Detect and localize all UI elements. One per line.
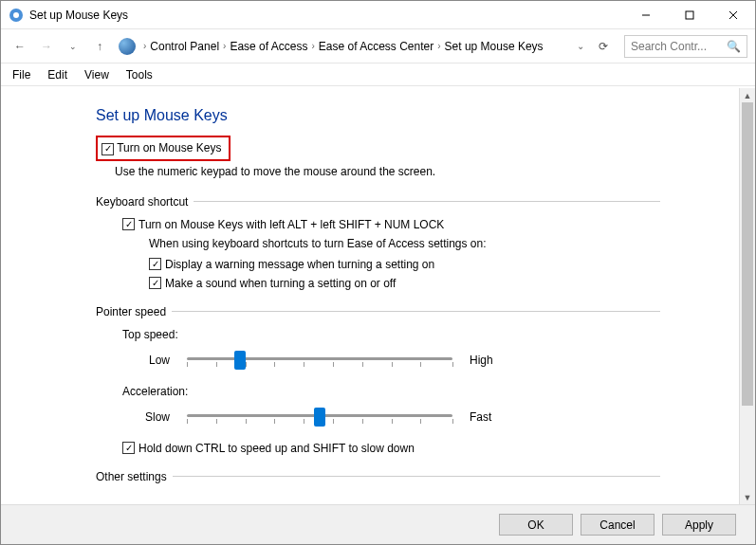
page-title: Set up Mouse Keys	[96, 107, 660, 124]
scroll-down-icon[interactable]: ▼	[740, 490, 755, 504]
location-icon	[119, 38, 136, 55]
low-label: Low	[122, 354, 170, 367]
turn-on-checkbox[interactable]: ✓	[101, 143, 114, 155]
back-button[interactable]: ←	[9, 35, 31, 58]
slow-label: Slow	[122, 410, 170, 424]
chevron-icon[interactable]: ›	[311, 41, 314, 51]
ctrl-shift-label: Hold down CTRL to speed up and SHIFT to …	[138, 442, 415, 455]
turn-on-desc: Use the numeric keypad to move the mouse…	[115, 165, 660, 178]
menu-file[interactable]: File	[12, 68, 30, 82]
menu-view[interactable]: View	[84, 68, 109, 82]
other-section-label: Other settings	[96, 470, 167, 483]
search-icon: 🔍	[727, 40, 741, 53]
scrollbar[interactable]: ▲ ▼	[739, 88, 755, 504]
turn-on-label: Turn on Mouse Keys	[117, 141, 221, 154]
path-dropdown[interactable]: ⌄	[577, 41, 584, 51]
scroll-thumb[interactable]	[742, 102, 753, 406]
search-input[interactable]: Search Contr... 🔍	[624, 35, 747, 58]
crumb[interactable]: Ease of Access	[230, 40, 307, 53]
kb-section-label: Keyboard shortcut	[96, 195, 188, 209]
menu-edit[interactable]: Edit	[47, 68, 67, 82]
maximize-button[interactable]	[668, 1, 711, 29]
titlebar: Set up Mouse Keys	[1, 1, 755, 29]
cancel-button[interactable]: Cancel	[581, 514, 655, 536]
crumb[interactable]: Set up Mouse Keys	[445, 40, 544, 53]
chevron-icon[interactable]: ›	[143, 41, 146, 51]
menubar: File Edit View Tools	[1, 64, 755, 86]
minimize-button[interactable]	[624, 1, 668, 29]
highlight-box: ✓ Turn on Mouse Keys	[96, 136, 230, 161]
svg-rect-3	[686, 11, 693, 19]
crumb[interactable]: Control Panel	[150, 40, 219, 53]
kb-sound-checkbox[interactable]: ✓	[149, 277, 161, 289]
chevron-icon[interactable]: ›	[437, 41, 440, 51]
content: Set up Mouse Keys ✓ Turn on Mouse Keys U…	[1, 88, 755, 504]
accel-label: Acceleration:	[122, 385, 660, 398]
svg-point-1	[13, 12, 19, 18]
search-placeholder: Search Contr...	[631, 40, 707, 53]
top-speed-label: Top speed:	[122, 328, 660, 341]
kb-shortcut-label: Turn on Mouse Keys with left ALT + left …	[138, 218, 444, 231]
forward-button[interactable]: →	[35, 35, 58, 58]
footer: OK Cancel Apply	[1, 504, 755, 544]
kb-warn-label: Display a warning message when turning a…	[165, 258, 434, 271]
crumb[interactable]: Ease of Access Center	[319, 40, 433, 53]
kb-note: When using keyboard shortcuts to turn Ea…	[149, 237, 660, 250]
breadcrumb: Control Panel› Ease of Access› Ease of A…	[150, 40, 590, 53]
chevron-icon[interactable]: ›	[223, 41, 226, 51]
ctrl-shift-checkbox[interactable]: ✓	[122, 442, 135, 454]
refresh-button[interactable]: ⟳	[594, 40, 613, 53]
ps-section-label: Pointer speed	[96, 305, 166, 318]
window-title: Set up Mouse Keys	[29, 9, 624, 22]
app-icon	[9, 8, 24, 23]
ok-button[interactable]: OK	[499, 514, 573, 536]
accel-slider[interactable]	[187, 406, 452, 428]
kb-warn-checkbox[interactable]: ✓	[149, 258, 161, 270]
up-button[interactable]: ↑	[88, 35, 111, 58]
top-speed-slider[interactable]	[187, 349, 452, 372]
kb-shortcut-checkbox[interactable]: ✓	[122, 218, 135, 230]
recent-dropdown[interactable]: ⌄	[62, 35, 84, 58]
navbar: ← → ⌄ ↑ › Control Panel› Ease of Access›…	[1, 29, 755, 64]
scroll-up-icon[interactable]: ▲	[740, 88, 755, 102]
kb-sound-label: Make a sound when turning a setting on o…	[165, 277, 396, 290]
apply-button[interactable]: Apply	[662, 514, 736, 536]
high-label: High	[470, 354, 517, 367]
close-button[interactable]	[711, 1, 755, 29]
fast-label: Fast	[470, 410, 517, 424]
menu-tools[interactable]: Tools	[126, 68, 153, 82]
